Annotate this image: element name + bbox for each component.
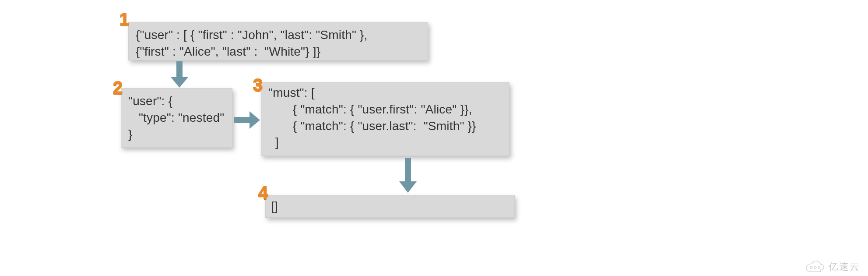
box-document: {"user" : [ { "first" : "John", "last": … xyxy=(128,22,428,60)
box-mapping: "user": { "type": "nested" } xyxy=(121,88,232,148)
arrow-right-icon xyxy=(234,110,261,130)
watermark: 亿速云 xyxy=(804,260,860,273)
code-line: {"first" : "Alice", "last" : "White"} ]} xyxy=(136,43,421,60)
svg-marker-1 xyxy=(171,77,188,88)
svg-rect-4 xyxy=(405,158,411,181)
svg-rect-2 xyxy=(234,117,250,123)
box-query: "must": [ { "match": { "user.first": "Al… xyxy=(261,82,510,156)
watermark-text: 亿速云 xyxy=(829,260,860,273)
svg-marker-3 xyxy=(250,111,260,129)
step-badge-1: 1 xyxy=(119,10,129,29)
arrow-down-icon xyxy=(170,61,189,88)
cloud-icon xyxy=(804,260,825,273)
code-line: { "match": { "user.first": "Alice" }}, xyxy=(268,101,502,118)
svg-rect-0 xyxy=(176,61,183,77)
code-line: ] xyxy=(268,134,502,151)
svg-point-6 xyxy=(810,266,812,269)
box-result: [] xyxy=(265,195,515,218)
svg-point-7 xyxy=(814,266,816,269)
code-line: {"user" : [ { "first" : "John", "last": … xyxy=(136,27,421,43)
svg-point-8 xyxy=(818,266,820,269)
code-line: } xyxy=(128,126,225,143)
diagram-stage: {"user" : [ { "first" : "John", "last": … xyxy=(0,0,868,276)
code-line: "must": [ xyxy=(268,85,502,101)
code-line: { "match": { "user.last": "Smith" }} xyxy=(268,118,502,134)
arrow-down-icon xyxy=(398,158,418,194)
code-line: "type": "nested" xyxy=(128,110,225,126)
code-line: "user": { xyxy=(128,93,225,110)
svg-marker-5 xyxy=(399,181,417,193)
code-line: [] xyxy=(271,198,507,215)
